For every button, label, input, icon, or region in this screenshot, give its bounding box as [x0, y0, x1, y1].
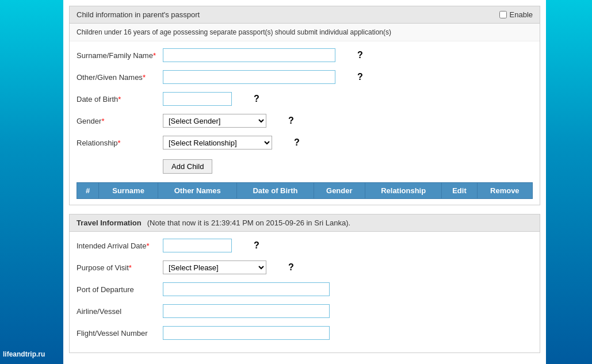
dob-help-icon: ?	[254, 94, 259, 104]
given-names-help-icon: ?	[357, 72, 363, 82]
main-content: Child information in parent's passport E…	[63, 0, 546, 364]
flight-row: Flight/Vessel Number	[77, 325, 533, 341]
left-sidebar	[0, 0, 63, 364]
gender-help-icon: ?	[288, 116, 294, 126]
col-remove: Remove	[477, 183, 532, 199]
right-sidebar	[546, 0, 592, 364]
port-row: Port of Departure	[77, 281, 533, 297]
child-info-text: Children under 16 years of age possessin…	[70, 24, 540, 41]
add-child-button[interactable]: Add Child	[163, 159, 212, 174]
travel-title: Travel Information	[77, 219, 142, 227]
dob-control: ?	[163, 92, 533, 106]
arrival-date-help-icon: ?	[254, 240, 259, 251]
given-names-input[interactable]	[163, 70, 335, 84]
children-table: # Surname Other Names Date of Birth Gend…	[77, 182, 533, 199]
arrival-date-label: Intended Arrival Date*	[77, 242, 163, 250]
purpose-row: Purpose of Visit* [Select Please] Touris…	[77, 259, 533, 275]
surname-control: ?	[163, 48, 533, 62]
child-section-header: Child information in parent's passport E…	[70, 6, 540, 24]
watermark: lifeandtrip.ru	[3, 350, 45, 358]
surname-row: Surname/Family Name* ?	[77, 47, 533, 63]
airline-control	[163, 304, 533, 318]
given-names-row: Other/Given Names* ?	[77, 69, 533, 85]
surname-help-icon: ?	[357, 50, 363, 60]
col-number: #	[77, 183, 99, 199]
child-form-area: Surname/Family Name* ? Other/Given Names…	[70, 41, 540, 205]
dob-label: Date of Birth*	[77, 95, 163, 104]
relationship-row: Relationship* [Select Relationship] Son …	[77, 135, 533, 151]
relationship-control: [Select Relationship] Son Daughter ?	[163, 136, 533, 150]
port-control	[163, 282, 533, 296]
flight-input[interactable]	[163, 326, 330, 340]
purpose-select[interactable]: [Select Please] Tourism Business Transit	[163, 260, 266, 274]
port-label: Port of Departure	[77, 285, 163, 294]
enable-row: Enable	[499, 10, 533, 19]
relationship-label: Relationship*	[77, 139, 163, 147]
gender-label: Gender*	[77, 117, 163, 125]
airline-row: Airline/Vessel	[77, 303, 533, 319]
dob-row: Date of Birth* ?	[77, 91, 533, 107]
travel-section: Travel Information (Note that now it is …	[69, 214, 540, 353]
flight-label: Flight/Vessel Number	[77, 329, 163, 338]
gender-row: Gender* [Select Gender] Male Female ?	[77, 113, 533, 129]
enable-checkbox[interactable]	[499, 11, 507, 18]
col-edit: Edit	[442, 183, 477, 199]
child-info-section: Child information in parent's passport E…	[69, 6, 540, 205]
col-dob: Date of Birth	[237, 183, 314, 199]
relationship-help-icon: ?	[294, 137, 300, 148]
purpose-control: [Select Please] Tourism Business Transit…	[163, 260, 533, 274]
surname-label: Surname/Family Name*	[77, 51, 163, 60]
flight-control	[163, 326, 533, 340]
col-relationship: Relationship	[365, 183, 442, 199]
travel-note: (Note that now it is 21:39:41 PM on 2015…	[147, 219, 350, 227]
given-names-label: Other/Given Names*	[77, 73, 163, 82]
enable-label: Enable	[510, 10, 533, 19]
given-names-control: ?	[163, 70, 533, 84]
add-child-row: Add Child	[77, 156, 533, 179]
table-header-row: # Surname Other Names Date of Birth Gend…	[77, 183, 533, 199]
relationship-select[interactable]: [Select Relationship] Son Daughter	[163, 136, 272, 150]
purpose-label: Purpose of Visit*	[77, 263, 163, 272]
child-section-title: Child information in parent's passport	[77, 10, 200, 19]
purpose-help-icon: ?	[288, 262, 294, 273]
arrival-date-row: Intended Arrival Date* ?	[77, 237, 533, 254]
arrival-date-input[interactable]	[163, 239, 232, 252]
surname-input[interactable]	[163, 48, 335, 62]
arrival-date-control: ?	[163, 239, 533, 252]
travel-header: Travel Information (Note that now it is …	[70, 214, 540, 232]
col-gender: Gender	[314, 183, 365, 199]
col-other-names: Other Names	[158, 183, 237, 199]
port-input[interactable]	[163, 282, 330, 296]
travel-form: Intended Arrival Date* ? Purpose of Visi…	[70, 232, 540, 352]
airline-label: Airline/Vessel	[77, 307, 163, 316]
dob-input[interactable]	[163, 92, 232, 106]
col-surname: Surname	[98, 183, 158, 199]
gender-control: [Select Gender] Male Female ?	[163, 114, 533, 128]
gender-select[interactable]: [Select Gender] Male Female	[163, 114, 266, 128]
airline-input[interactable]	[163, 304, 330, 318]
